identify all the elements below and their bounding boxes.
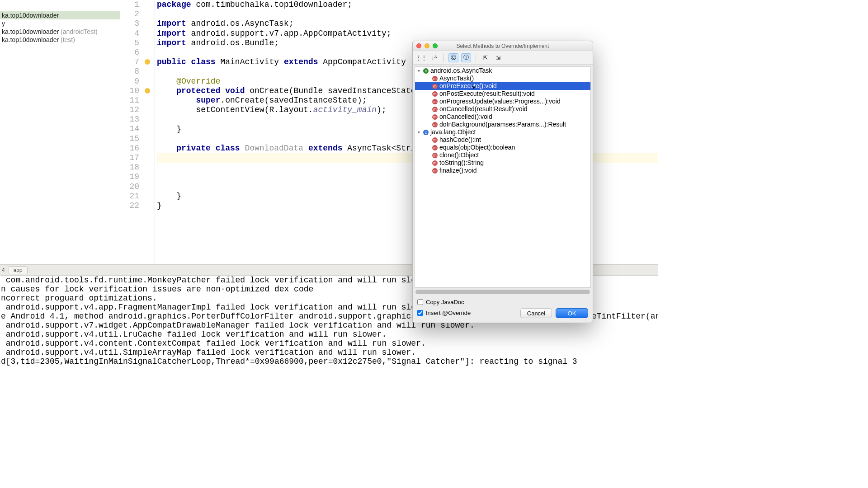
- code-line[interactable]: }: [157, 125, 181, 134]
- method-tree-item[interactable]: monCancelled(result:Result):void: [415, 105, 590, 113]
- code-line[interactable]: import android.os.Bundle;: [157, 38, 279, 47]
- project-item[interactable]: y: [0, 19, 120, 28]
- class-icon: c: [423, 68, 429, 74]
- override-dialog: Select Methods to Override/Implement ⋮⋮↓…: [412, 41, 593, 323]
- code-line[interactable]: [157, 48, 162, 57]
- code-line[interactable]: [157, 173, 162, 182]
- method-tree-item[interactable]: mAsyncTask(): [415, 75, 590, 82]
- method-tree-item[interactable]: monCancelled():void: [415, 113, 590, 121]
- disclosure-icon[interactable]: ▾: [418, 128, 423, 136]
- copy-javadoc-label: Copy JavaDoc: [426, 299, 464, 305]
- method-icon: m: [432, 91, 438, 97]
- code-line[interactable]: }: [157, 201, 162, 210]
- method-tree-item[interactable]: ▾cjava.lang.Object: [415, 128, 590, 136]
- dialog-title: Select Methods to Override/Implement: [413, 43, 593, 49]
- code-line[interactable]: [157, 67, 162, 76]
- insert-override-input[interactable]: [417, 310, 423, 316]
- copy-javadoc-input[interactable]: [417, 299, 423, 305]
- project-item[interactable]: ka.top10downloader (test): [0, 36, 120, 44]
- cancel-button[interactable]: Cancel: [520, 308, 552, 318]
- interface-icon: c: [423, 130, 429, 135]
- console-index: 4: [2, 267, 5, 273]
- method-tree-item[interactable]: mfinalize():void: [415, 167, 590, 174]
- override-up-icon[interactable]: [145, 88, 150, 94]
- method-tree-item[interactable]: monPostExecute(result:Result):void: [415, 90, 590, 98]
- disclosure-icon[interactable]: ▾: [418, 67, 423, 75]
- scrollbar-thumb[interactable]: [415, 290, 590, 294]
- method-icon: m: [432, 114, 438, 120]
- project-item[interactable]: ka.top10downloader: [0, 11, 120, 19]
- ok-button[interactable]: OK: [556, 308, 588, 318]
- dialog-footer: Copy JavaDoc Insert @Override Cancel OK: [413, 296, 593, 323]
- code-line[interactable]: setContentView(R.layout.activity_main);: [157, 105, 387, 114]
- method-icon: m: [432, 160, 438, 166]
- gutter: 12345678910111213141516171819202122: [120, 0, 155, 267]
- method-tree-item[interactable]: monPreExecute():void: [415, 82, 590, 90]
- code-line[interactable]: public class MainActivity extends AppCom…: [157, 57, 416, 66]
- code-line[interactable]: package com.timbuchalka.top10downloader;: [157, 0, 352, 9]
- insert-override-label: Insert @Override: [426, 310, 471, 316]
- method-tree-item[interactable]: mhashCode():int: [415, 136, 590, 144]
- expand-icon[interactable]: ⇲: [493, 53, 503, 62]
- code-line[interactable]: import android.os.AsyncTask;: [157, 19, 293, 28]
- circle-c-icon[interactable]: Ⓒ: [448, 53, 458, 62]
- method-tree-item[interactable]: ▾candroid.os.AsyncTask: [415, 67, 590, 75]
- code-line[interactable]: @Override: [157, 77, 220, 86]
- method-icon: m: [432, 168, 438, 174]
- code-line[interactable]: [157, 182, 162, 191]
- code-line[interactable]: [157, 9, 162, 19]
- insert-override-checkbox[interactable]: Insert @Override: [417, 310, 471, 316]
- method-icon: m: [432, 153, 438, 158]
- method-icon: m: [432, 99, 438, 104]
- method-tree[interactable]: ▾candroid.os.AsyncTaskmAsyncTask()monPre…: [415, 66, 591, 288]
- dialog-titlebar: Select Methods to Override/Implement: [413, 41, 593, 51]
- dialog-toolbar: ⋮⋮↓ᴬⒸⒾ⇱⇲: [413, 51, 593, 65]
- method-icon: m: [432, 76, 438, 81]
- code-line[interactable]: [157, 115, 162, 124]
- method-tree-item[interactable]: mclone():Object: [415, 151, 590, 159]
- method-tree-item[interactable]: monProgressUpdate(values:Progress...):vo…: [415, 98, 590, 105]
- project-tree: ka.top10downloaderyka.top10downloader (a…: [0, 11, 120, 44]
- collapse-icon[interactable]: ⇱: [481, 53, 491, 62]
- copy-javadoc-checkbox[interactable]: Copy JavaDoc: [417, 299, 588, 305]
- sort-az-icon[interactable]: ↓ᴬ: [429, 53, 439, 62]
- method-tree-item[interactable]: mtoString():String: [415, 159, 590, 167]
- code-line[interactable]: }: [157, 192, 181, 201]
- method-icon: m: [432, 145, 438, 150]
- code-line[interactable]: import android.support.v7.app.AppCompatA…: [157, 29, 392, 38]
- method-icon: m: [432, 107, 438, 112]
- override-up-icon[interactable]: [145, 59, 150, 65]
- code-line[interactable]: [157, 211, 162, 220]
- method-tree-item[interactable]: mequals(obj:Object):boolean: [415, 144, 590, 151]
- console-tab-app[interactable]: app: [9, 266, 28, 274]
- code-line[interactable]: protected void onCreate(Bundle savedInst…: [157, 86, 430, 95]
- project-item[interactable]: ka.top10downloader (androidTest): [0, 28, 120, 36]
- method-icon: m: [432, 122, 438, 127]
- code-line[interactable]: [157, 134, 162, 143]
- code-line[interactable]: super.onCreate(savedInstanceState);: [157, 96, 367, 105]
- sort-viz-icon[interactable]: ⋮⋮: [416, 53, 426, 62]
- method-icon: m: [432, 137, 438, 143]
- method-tree-item[interactable]: mdoInBackground(paramses:Params...):Resu…: [415, 121, 590, 128]
- circle-i-icon[interactable]: Ⓘ: [461, 53, 471, 62]
- code-line[interactable]: private class DownloadData extends Async…: [157, 144, 420, 153]
- method-icon: m: [432, 84, 438, 89]
